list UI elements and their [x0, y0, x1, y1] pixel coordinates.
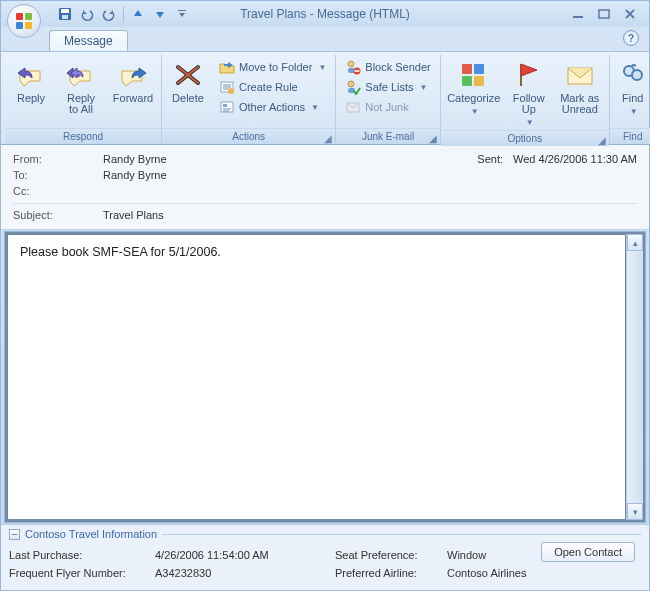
tab-message[interactable]: Message: [49, 30, 128, 51]
up-arrow-icon: [132, 8, 144, 20]
group-find: Find ▼ Find: [610, 55, 650, 144]
move-to-folder-button[interactable]: Move to Folder▼: [214, 57, 331, 77]
save-button[interactable]: [55, 4, 75, 24]
follow-up-label: Follow Up: [513, 93, 545, 115]
dialog-launcher-icon[interactable]: ◢: [324, 131, 332, 147]
categorize-button[interactable]: Categorize ▼: [445, 57, 503, 119]
reply-all-icon: [65, 59, 97, 91]
follow-up-icon: [513, 59, 545, 91]
block-sender-label: Block Sender: [365, 61, 430, 73]
close-icon: [624, 8, 636, 20]
subject-value: Travel Plans: [103, 209, 637, 221]
body-text: Please book SMF-SEA for 5/1/2006.: [20, 245, 221, 259]
svg-rect-9: [223, 104, 227, 107]
find-icon: [617, 59, 649, 91]
categorize-icon: [458, 59, 490, 91]
delete-button[interactable]: Delete: [166, 57, 210, 106]
svg-rect-5: [599, 10, 609, 18]
block-sender-button[interactable]: Block Sender: [340, 57, 435, 77]
cc-value: [103, 185, 637, 197]
group-junk-label: Junk E-mail◢: [336, 128, 439, 144]
qat-customize-button[interactable]: [172, 4, 192, 24]
redo-icon: [102, 7, 116, 21]
vertical-scrollbar[interactable]: ▴ ▾: [626, 234, 643, 520]
message-body[interactable]: Please book SMF-SEA for 5/1/2006.: [7, 234, 626, 520]
group-respond-label: Respond: [5, 128, 161, 144]
minimize-button[interactable]: [569, 5, 587, 23]
forward-label: Forward: [113, 93, 153, 104]
reply-all-button[interactable]: Reply to All: [57, 57, 105, 117]
down-arrow-icon: ▾: [633, 507, 638, 517]
svg-point-14: [348, 81, 354, 87]
categorize-label: Categorize: [447, 93, 500, 104]
ffn-label: Frequent Flyer Number:: [9, 567, 155, 579]
delete-icon: [172, 59, 204, 91]
move-to-folder-label: Move to Folder: [239, 61, 312, 73]
svg-rect-4: [573, 16, 583, 18]
dropdown-icon: ▼: [311, 103, 319, 112]
dropdown-icon: ▼: [630, 106, 638, 117]
help-button[interactable]: ?: [623, 30, 639, 46]
group-options-label: Options◢: [441, 130, 609, 146]
follow-up-button[interactable]: Follow Up ▼: [507, 57, 551, 130]
other-actions-icon: [219, 99, 235, 115]
scroll-down-button[interactable]: ▾: [627, 503, 643, 520]
reply-button[interactable]: Reply: [9, 57, 53, 106]
undo-button[interactable]: [77, 4, 97, 24]
office-logo-icon: [16, 13, 32, 29]
find-button[interactable]: Find ▼: [614, 57, 650, 119]
close-button[interactable]: [621, 5, 639, 23]
quick-access-toolbar: [55, 4, 192, 24]
message-window: Travel Plans - Message (HTML) Message ? …: [0, 0, 650, 591]
redo-button[interactable]: [99, 4, 119, 24]
reply-all-label: Reply to All: [67, 93, 95, 115]
ribbon-tabs: Message ?: [1, 27, 649, 51]
cc-label: Cc:: [13, 185, 103, 197]
svg-rect-13: [355, 70, 360, 72]
collapse-button[interactable]: –: [9, 529, 20, 540]
group-options: Categorize ▼ Follow Up ▼ Mark as Unread …: [441, 55, 610, 144]
svg-rect-17: [462, 64, 472, 74]
prev-item-button[interactable]: [128, 4, 148, 24]
body-container: Please book SMF-SEA for 5/1/2006. ▴ ▾: [4, 231, 646, 523]
help-icon: ?: [628, 33, 634, 44]
not-junk-button[interactable]: Not Junk: [340, 97, 435, 117]
not-junk-label: Not Junk: [365, 101, 408, 113]
window-title: Travel Plans - Message (HTML): [240, 7, 410, 21]
mark-unread-button[interactable]: Mark as Unread: [555, 57, 605, 117]
svg-point-10: [348, 61, 354, 67]
block-sender-icon: [345, 59, 361, 75]
svg-point-7: [228, 88, 234, 94]
safe-lists-button[interactable]: Safe Lists▼: [340, 77, 435, 97]
last-purchase-value: 4/26/2006 11:54:00 AM: [155, 549, 335, 561]
to-value: Randy Byrne: [103, 169, 637, 181]
travel-info-panel: – Contoso Travel Information Open Contac…: [1, 524, 649, 590]
forward-button[interactable]: Forward: [109, 57, 157, 106]
scroll-up-button[interactable]: ▴: [627, 234, 643, 251]
safe-lists-label: Safe Lists: [365, 81, 413, 93]
dialog-launcher-icon[interactable]: ◢: [429, 131, 437, 147]
other-actions-label: Other Actions: [239, 101, 305, 113]
find-label: Find: [622, 93, 643, 104]
ribbon: Reply Reply to All Forward Respond Delet…: [1, 51, 649, 145]
other-actions-button[interactable]: Other Actions▼: [214, 97, 331, 117]
from-value: Randy Byrne: [103, 153, 477, 165]
sent-value: Wed 4/26/2006 11:30 AM: [513, 153, 637, 165]
open-contact-button[interactable]: Open Contact: [541, 542, 635, 562]
dialog-launcher-icon[interactable]: ◢: [598, 133, 606, 149]
office-button[interactable]: [7, 4, 41, 38]
save-icon: [58, 7, 72, 21]
mark-unread-icon: [564, 59, 596, 91]
create-rule-label: Create Rule: [239, 81, 298, 93]
reply-label: Reply: [17, 93, 45, 104]
create-rule-button[interactable]: Create Rule: [214, 77, 331, 97]
chevron-down-icon: [177, 9, 187, 19]
maximize-button[interactable]: [595, 5, 613, 23]
seat-pref-label: Seat Preference:: [335, 549, 447, 561]
next-item-button[interactable]: [150, 4, 170, 24]
window-controls: [569, 5, 649, 23]
dropdown-icon: ▼: [420, 83, 428, 92]
titlebar: Travel Plans - Message (HTML): [1, 1, 649, 27]
ffn-value: A34232830: [155, 567, 335, 579]
mark-unread-label: Mark as Unread: [560, 93, 599, 115]
